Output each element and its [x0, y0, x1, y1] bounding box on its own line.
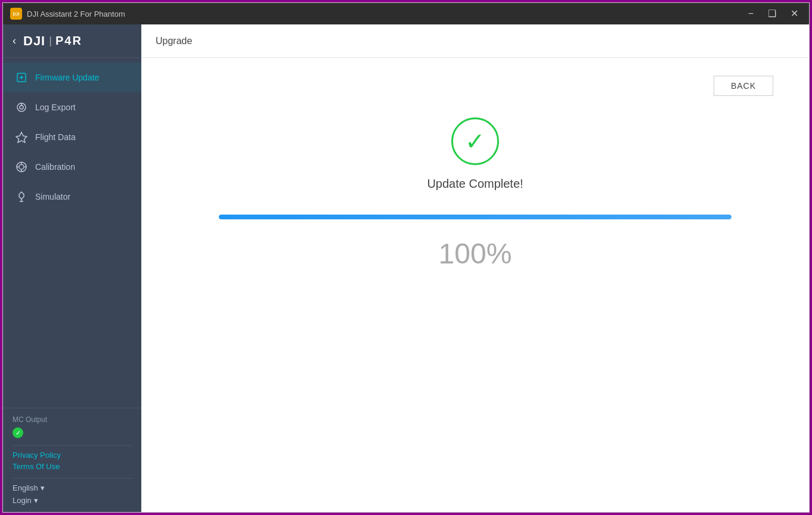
- calibration-icon: [15, 160, 28, 173]
- sidebar-item-calibration[interactable]: Calibration: [3, 152, 141, 182]
- language-selector[interactable]: English ▾: [13, 483, 132, 492]
- simulator-icon: [15, 190, 28, 203]
- footer-links: Privacy Policy Terms Of Use: [13, 451, 132, 471]
- sidebar-back-button[interactable]: ‹: [10, 32, 18, 49]
- update-complete-text: Update Complete!: [427, 177, 523, 191]
- back-button[interactable]: BACK: [714, 76, 773, 96]
- content-area: Upgrade BACK ✓ Update Complete! 100%: [141, 24, 809, 512]
- sidebar-nav: Firmware Update Log Export: [3, 58, 141, 408]
- footer-divider-bottom: [13, 478, 132, 479]
- window-controls: − ❑ ✕: [745, 8, 802, 20]
- sidebar-item-simulator-label: Simulator: [35, 192, 70, 201]
- checkmark-icon: ✓: [465, 129, 485, 153]
- progress-bar-container: [219, 215, 732, 219]
- svg-point-9: [19, 165, 24, 169]
- sidebar-header: ‹ DJI | P4R: [3, 24, 141, 58]
- progress-bar-fill: [219, 215, 732, 219]
- language-label: English: [13, 483, 38, 492]
- sidebar-footer: MC Output ✓ Privacy Policy Terms Of Use …: [3, 408, 141, 512]
- language-chevron-icon: ▾: [41, 483, 45, 492]
- footer-divider-top: [13, 445, 132, 446]
- minimize-button[interactable]: −: [745, 8, 757, 20]
- success-icon-container: ✓: [451, 117, 499, 165]
- sidebar-item-calibration-label: Calibration: [35, 162, 75, 172]
- progress-percent: 100%: [439, 237, 512, 270]
- sidebar-item-log-export-label: Log Export: [35, 103, 76, 112]
- login-selector[interactable]: Login ▾: [13, 496, 132, 505]
- sidebar-item-log-export[interactable]: Log Export: [3, 92, 141, 122]
- privacy-policy-link[interactable]: Privacy Policy: [13, 451, 132, 460]
- titlebar: DJI DJI Assistant 2 For Phantom − ❑ ✕: [3, 3, 809, 24]
- login-chevron-icon: ▾: [34, 496, 38, 505]
- mc-status-indicator: ✓: [13, 427, 23, 438]
- mc-output-label: MC Output: [13, 415, 132, 424]
- flight-data-icon: [15, 131, 28, 144]
- app-icon: DJI: [10, 8, 22, 20]
- login-label: Login: [13, 496, 32, 505]
- svg-text:DJI: DJI: [13, 12, 20, 16]
- maximize-button[interactable]: ❑: [764, 8, 780, 20]
- sidebar: ‹ DJI | P4R Firmwa: [3, 24, 141, 512]
- success-circle: ✓: [451, 117, 499, 165]
- footer-selectors: English ▾ Login ▾: [13, 483, 132, 505]
- logo-model: P4R: [55, 34, 82, 48]
- sidebar-item-flight-data-label: Flight Data: [35, 132, 76, 142]
- sidebar-item-firmware-update-label: Firmware Update: [35, 73, 99, 82]
- logo-divider: |: [49, 35, 52, 47]
- logo: DJI | P4R: [23, 33, 82, 49]
- sidebar-item-simulator[interactable]: Simulator: [3, 182, 141, 212]
- mc-output-status: ✓: [13, 427, 132, 438]
- content-body: BACK ✓ Update Complete! 100%: [141, 58, 809, 512]
- content-header: Upgrade: [141, 24, 809, 58]
- content-header-title: Upgrade: [156, 36, 192, 46]
- sidebar-item-firmware-update[interactable]: Firmware Update: [3, 63, 141, 92]
- firmware-update-icon: [15, 71, 28, 84]
- log-export-icon: [15, 101, 28, 114]
- window-title: DJI Assistant 2 For Phantom: [27, 10, 745, 18]
- sidebar-item-flight-data[interactable]: Flight Data: [3, 122, 141, 152]
- logo-dji: DJI: [23, 33, 45, 49]
- terms-of-use-link[interactable]: Terms Of Use: [13, 462, 132, 471]
- close-button[interactable]: ✕: [787, 8, 802, 20]
- svg-point-6: [20, 106, 23, 109]
